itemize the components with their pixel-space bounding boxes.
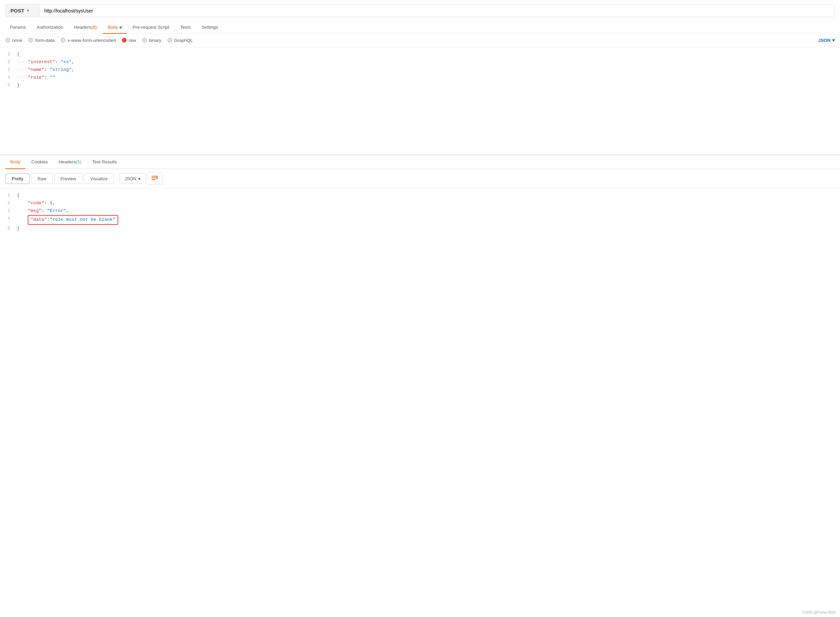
body-type-graphql[interactable]: GraphQL — [167, 38, 193, 43]
resp-json-dropdown[interactable]: JSON ▾ — [120, 174, 146, 184]
response-body-editor: 1 { 2 "code": 1, 3 "msg": "Error", 4 "da… — [0, 188, 840, 236]
radio-raw-icon — [122, 38, 127, 43]
response-tabs: Body Cookies Headers(5) Test Results — [0, 155, 840, 169]
resp-json-chevron-icon: ▾ — [138, 176, 140, 181]
tab-params[interactable]: Params — [5, 21, 31, 33]
radio-graphql-icon — [167, 38, 172, 43]
resp-visualize-btn[interactable]: Visualize — [84, 174, 114, 184]
url-bar: POST ▾ — [5, 4, 835, 17]
resp-raw-btn[interactable]: Raw — [31, 174, 53, 184]
body-type-formdata[interactable]: form-data — [28, 38, 55, 43]
tab-body[interactable]: Body — [103, 21, 127, 33]
resp-line-1: 1 { — [0, 192, 840, 199]
req-line-3: 3 ····"name": "string", — [0, 66, 840, 74]
resp-pretty-btn[interactable]: Pretty — [5, 174, 30, 184]
resp-tab-testresults[interactable]: Test Results — [87, 155, 122, 168]
resp-line-3: 3 "msg": "Error", — [0, 207, 840, 215]
tab-headers[interactable]: Headers(8) — [69, 21, 102, 33]
body-type-none[interactable]: none — [5, 38, 22, 43]
tab-tests[interactable]: Tests — [175, 21, 195, 33]
resp-line-2: 2 "code": 1, — [0, 199, 840, 207]
body-type-row: none form-data x-www-form-urlencoded raw… — [0, 33, 840, 47]
tab-authorization[interactable]: Authorization — [32, 21, 68, 33]
radio-none-icon — [5, 38, 10, 43]
error-highlight: "data": "role must not be blank" — [28, 215, 118, 225]
method-selector[interactable]: POST ▾ — [6, 4, 40, 17]
req-line-5: 5 } — [0, 82, 840, 89]
resp-tab-body[interactable]: Body — [5, 155, 25, 168]
resp-preview-btn[interactable]: Preview — [54, 174, 83, 184]
method-chevron-icon: ▾ — [27, 9, 29, 13]
body-type-raw[interactable]: raw — [122, 38, 136, 43]
body-dot — [120, 26, 122, 29]
resp-tab-headers[interactable]: Headers(5) — [54, 155, 86, 168]
req-line-2: 2 ····"interest": "ss", — [0, 58, 840, 66]
body-type-binary[interactable]: binary — [142, 38, 161, 43]
req-line-4: 4 ····"role": "" — [0, 74, 840, 82]
response-toolbar: Pretty Raw Preview Visualize JSON ▾ — [0, 169, 840, 188]
radio-urlencoded-icon — [61, 38, 65, 43]
tab-settings[interactable]: Settings — [197, 21, 223, 33]
radio-binary-icon — [142, 38, 147, 43]
request-tabs: Params Authorization Headers(8) Body Pre… — [0, 21, 840, 33]
req-line-1: 1 { — [0, 51, 840, 58]
resp-line-4: 4 "data": "role must not be blank" — [0, 215, 840, 225]
json-chevron-icon: ▾ — [832, 37, 835, 43]
json-format-dropdown[interactable]: JSON ▾ — [818, 37, 835, 43]
resp-wrap-btn[interactable] — [147, 173, 162, 185]
method-label: POST — [10, 8, 24, 13]
resp-tab-cookies[interactable]: Cookies — [27, 155, 53, 168]
url-input[interactable] — [40, 5, 834, 17]
tab-prerequest[interactable]: Pre-request Script — [128, 21, 174, 33]
radio-formdata-icon — [28, 38, 33, 43]
request-body-editor[interactable]: 1 { 2 ····"interest": "ss", 3 ····"name"… — [0, 47, 840, 155]
body-type-urlencoded[interactable]: x-www-form-urlencoded — [61, 38, 116, 43]
resp-line-5: 5 } — [0, 225, 840, 233]
